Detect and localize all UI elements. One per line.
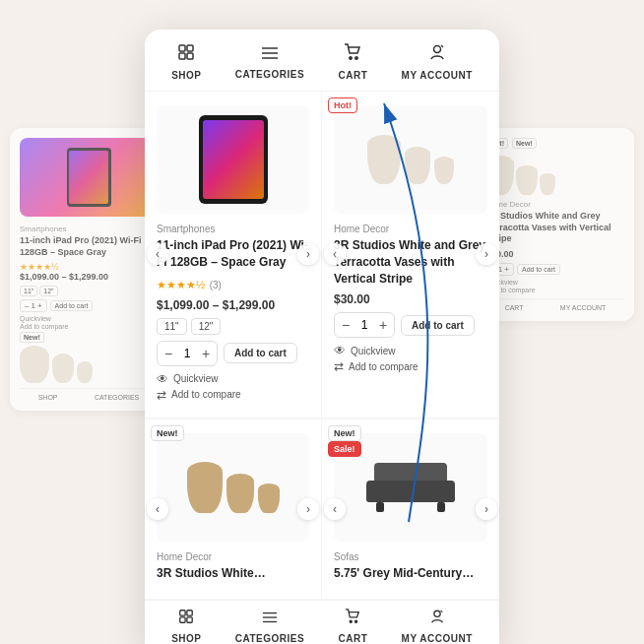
nav-shop-label: SHOP xyxy=(171,70,201,81)
ipad-screen xyxy=(203,120,264,199)
ipad-prev-btn[interactable]: ‹ xyxy=(147,243,168,265)
svg-rect-0 xyxy=(179,45,185,51)
nav-cart[interactable]: CART xyxy=(339,43,368,81)
bottom-nav-shop[interactable]: SHOP xyxy=(171,609,201,644)
ipad-quickview-label: Quickview xyxy=(173,373,219,384)
ipad-sizes: 11" 12" xyxy=(157,318,309,335)
bg-right-vase3 xyxy=(540,173,555,195)
bg-nav-shop: SHOP xyxy=(38,394,58,401)
ipad-qty-value: 1 xyxy=(179,347,195,360)
woven-image xyxy=(157,433,309,542)
vase-small xyxy=(434,157,454,184)
categories-icon xyxy=(261,44,279,65)
ipad-qty-plus[interactable]: + xyxy=(195,342,217,365)
bg-right-compare[interactable]: Add to compare xyxy=(486,287,624,293)
vases-prev-btn[interactable]: ‹ xyxy=(324,243,346,265)
bg-left-size-12[interactable]: 12" xyxy=(39,286,57,296)
sofa-title: 5.75' Grey Mid-Century… xyxy=(334,565,487,582)
svg-rect-12 xyxy=(180,617,185,622)
woven-next-btn[interactable]: › xyxy=(297,498,319,520)
bg-left-quickview[interactable]: Quickview xyxy=(20,315,158,322)
vases-add-cart-btn[interactable]: Add to cart xyxy=(401,315,475,336)
ipad-reviews: (3) xyxy=(210,280,222,290)
ipad-size-12[interactable]: 12" xyxy=(191,318,222,335)
woven-vase-large xyxy=(187,462,223,513)
ipad-compare-row[interactable]: ⇄ Add to compare xyxy=(157,388,309,402)
bg-left-qty[interactable]: – 1 + xyxy=(20,299,47,312)
top-nav: SHOP CATEGORIES CART xyxy=(145,30,499,92)
bg-left-stars: ★★★★½ xyxy=(20,262,158,272)
vases-compare-label: Add to compare xyxy=(349,361,419,372)
vases-title: 3R Studios White and Grey Terracotta Vas… xyxy=(334,237,487,287)
ipad-qty-control: − 1 + xyxy=(157,341,218,366)
vases-quickview-row[interactable]: 👁 Quickview xyxy=(334,344,487,357)
vases-compare-row[interactable]: ⇄ Add to compare xyxy=(334,359,487,373)
woven-title: 3R Studios White… xyxy=(157,565,309,582)
nav-cart-label: CART xyxy=(339,70,368,81)
vases-qty-minus[interactable]: − xyxy=(335,313,356,337)
svg-rect-10 xyxy=(180,611,185,615)
ipad-qty-row: − 1 + Add to cart xyxy=(157,341,309,366)
nav-categories[interactable]: CATEGORIES xyxy=(235,44,304,80)
ipad-qty-minus[interactable]: − xyxy=(158,342,179,365)
woven-new-badge: New! xyxy=(151,425,184,441)
woven-vases-group xyxy=(187,462,280,513)
vase-large xyxy=(367,135,401,184)
bg-nav-categories: CATEGORIES xyxy=(95,394,139,401)
nav-my-account[interactable]: MY ACCOUNT xyxy=(402,43,473,81)
ipad-quickview-row[interactable]: 👁 Quickview xyxy=(157,372,309,386)
vases-category: Home Decor xyxy=(334,224,487,234)
account-icon xyxy=(428,43,446,66)
compare-icon: ⇄ xyxy=(157,388,166,402)
bg-left-vase xyxy=(20,346,49,383)
bottom-categories-label: CATEGORIES xyxy=(235,633,304,644)
bottom-categories-icon xyxy=(262,609,278,629)
ipad-category: Smartphones xyxy=(157,224,309,234)
ipad-next-btn[interactable]: › xyxy=(297,243,319,265)
vases-compare-icon: ⇄ xyxy=(334,359,344,373)
sofa-next-btn[interactable]: › xyxy=(476,498,497,520)
ipad-stars-row: ★★★★½ (3) xyxy=(157,275,309,292)
woven-prev-btn[interactable]: ‹ xyxy=(147,498,168,520)
svg-rect-2 xyxy=(179,53,185,59)
bottom-nav-categories[interactable]: CATEGORIES xyxy=(235,609,304,644)
ipad-title: 11-inch iPad Pro (2021) Wi-Fi 128GB – Sp… xyxy=(157,237,309,271)
bg-right-category: Home Decor xyxy=(486,200,624,209)
bg-right-quickview[interactable]: Quickview xyxy=(486,279,624,286)
bg-left-size-11[interactable]: 11" xyxy=(20,286,37,296)
bg-right-qty-row: – 1 + Add to cart xyxy=(486,263,624,276)
bg-nav-account: MY ACCOUNT xyxy=(560,304,607,311)
bg-left-vase3 xyxy=(77,361,93,383)
vase-medium xyxy=(405,147,430,184)
svg-rect-11 xyxy=(187,611,192,615)
svg-point-17 xyxy=(351,621,353,623)
bottom-nav-account[interactable]: MY ACCOUNT xyxy=(402,609,473,644)
vases-quickview-label: Quickview xyxy=(351,346,396,356)
ipad-size-11[interactable]: 11" xyxy=(157,318,187,335)
bg-left-price: $1,099.00 – $1,299.00 xyxy=(20,272,158,282)
product-cell-vases: Hot! ‹ › Home Decor 3R Studios White and… xyxy=(322,92,499,419)
bg-right-new-badge: New! xyxy=(512,138,537,149)
bottom-nav-cart[interactable]: CART xyxy=(339,609,368,644)
svg-point-7 xyxy=(350,57,352,59)
bg-right-vases xyxy=(486,156,624,195)
nav-categories-label: CATEGORIES xyxy=(235,69,304,80)
bg-left-compare[interactable]: Add to compare xyxy=(20,323,158,330)
sofa-prev-btn[interactable]: ‹ xyxy=(324,498,346,520)
product-cell-woven: New! ‹ › Home Decor 3R Studios White… xyxy=(145,419,322,601)
bg-left-category: Smartphones xyxy=(20,225,158,233)
bottom-cart-label: CART xyxy=(339,633,368,644)
vases-image xyxy=(334,105,487,214)
woven-vase-small xyxy=(258,483,280,513)
vases-next-btn[interactable]: › xyxy=(476,243,497,265)
bg-left-add-cart[interactable]: Add to cart xyxy=(50,300,94,311)
ipad-add-cart-btn[interactable]: Add to cart xyxy=(224,343,297,363)
vases-qty-plus[interactable]: + xyxy=(372,313,394,337)
vases-qty-value: 1 xyxy=(356,318,372,332)
bg-right-add-cart[interactable]: Add to cart xyxy=(517,264,560,275)
ipad-image xyxy=(157,105,309,214)
shop-icon xyxy=(177,43,195,66)
nav-shop[interactable]: SHOP xyxy=(171,43,201,81)
ipad-stars: ★★★★½ xyxy=(157,279,205,290)
bg-left-nav: SHOP CATEGORIES xyxy=(20,388,158,401)
